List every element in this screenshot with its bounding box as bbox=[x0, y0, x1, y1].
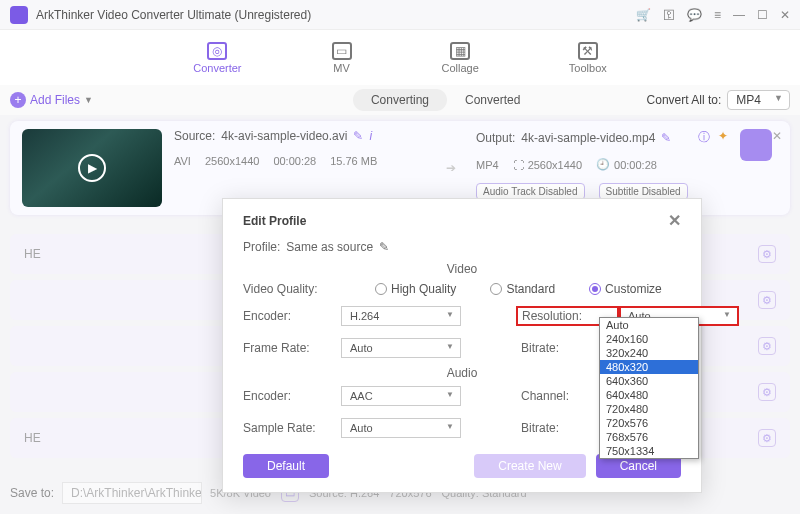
gear-icon[interactable]: ⚙ bbox=[758, 337, 776, 355]
src-duration: 00:00:28 bbox=[273, 155, 316, 167]
modal-close-button[interactable]: ✕ bbox=[668, 211, 681, 230]
out-resolution: 2560x1440 bbox=[528, 159, 582, 171]
save-to-label: Save to: bbox=[10, 486, 54, 500]
add-files-label: Add Files bbox=[30, 93, 80, 107]
encoder-label: Encoder: bbox=[243, 309, 341, 323]
window-title: ArkThinker Video Converter Ultimate (Unr… bbox=[36, 8, 636, 22]
tab-label: Toolbox bbox=[569, 62, 607, 74]
resolution-option[interactable]: 720x480 bbox=[600, 402, 698, 416]
resolution-option[interactable]: Auto bbox=[600, 318, 698, 332]
video-thumbnail[interactable]: ▶ bbox=[22, 129, 162, 207]
default-button[interactable]: Default bbox=[243, 454, 329, 478]
arrow-icon: ➔ bbox=[446, 161, 456, 175]
radio-standard[interactable]: Standard bbox=[490, 282, 555, 296]
enhance-icon[interactable]: ✦ bbox=[718, 129, 728, 146]
edit-profile-name-icon[interactable]: ✎ bbox=[379, 240, 389, 254]
framerate-label: Frame Rate: bbox=[243, 341, 341, 355]
gear-icon[interactable]: ⚙ bbox=[758, 245, 776, 263]
profile-label: Profile: bbox=[243, 240, 280, 254]
mv-icon: ▭ bbox=[332, 42, 352, 60]
gear-icon[interactable]: ⚙ bbox=[758, 383, 776, 401]
feedback-icon[interactable]: 💬 bbox=[687, 8, 702, 22]
output-preset-button[interactable] bbox=[740, 129, 772, 161]
menu-icon[interactable]: ≡ bbox=[714, 8, 721, 22]
tab-mv[interactable]: ▭ MV bbox=[332, 42, 352, 74]
resolution-option[interactable]: 320x240 bbox=[600, 346, 698, 360]
out-duration: 00:00:28 bbox=[614, 159, 657, 171]
tab-converter[interactable]: ◎ Converter bbox=[193, 42, 241, 74]
subtab-converted[interactable]: Converted bbox=[447, 89, 538, 111]
minimize-icon[interactable]: — bbox=[733, 8, 745, 22]
resolution-option[interactable]: 240x160 bbox=[600, 332, 698, 346]
src-resolution: 2560x1440 bbox=[205, 155, 259, 167]
tab-label: MV bbox=[333, 62, 350, 74]
converter-icon: ◎ bbox=[207, 42, 227, 60]
maximize-icon[interactable]: ☐ bbox=[757, 8, 768, 22]
play-icon: ▶ bbox=[78, 154, 106, 182]
resolution-option[interactable]: 720x576 bbox=[600, 416, 698, 430]
framerate-select[interactable]: Auto bbox=[341, 338, 461, 358]
save-path-input[interactable]: D:\ArkThinker\ArkThinke bbox=[62, 482, 202, 504]
out-format: MP4 bbox=[476, 159, 499, 171]
profile-value: Same as source bbox=[286, 240, 373, 254]
cart-icon[interactable]: 🛒 bbox=[636, 8, 651, 22]
edit-source-icon[interactable]: ✎ bbox=[353, 129, 363, 143]
gear-icon[interactable]: ⚙ bbox=[758, 291, 776, 309]
video-quality-label: Video Quality: bbox=[243, 282, 341, 296]
collage-icon: ▦ bbox=[450, 42, 470, 60]
resolution-option[interactable]: 640x360 bbox=[600, 374, 698, 388]
resolution-option[interactable]: 750x1334 bbox=[600, 444, 698, 458]
edit-output-icon[interactable]: ✎ bbox=[661, 131, 671, 145]
convert-all-label: Convert All to: bbox=[647, 93, 722, 107]
radio-high-quality[interactable]: High Quality bbox=[375, 282, 456, 296]
audio-encoder-label: Encoder: bbox=[243, 389, 341, 403]
close-icon[interactable]: ✕ bbox=[780, 8, 790, 22]
tab-label: Collage bbox=[442, 62, 479, 74]
output-label: Output: bbox=[476, 131, 515, 145]
encoder-select[interactable]: H.264 bbox=[341, 306, 461, 326]
resolution-dropdown-list[interactable]: Auto240x160320x240480x320640x360640x4807… bbox=[599, 317, 699, 459]
source-label: Source: bbox=[174, 129, 215, 143]
toolbox-icon: ⚒ bbox=[578, 42, 598, 60]
plus-icon: + bbox=[10, 92, 26, 108]
resolution-option[interactable]: 768x576 bbox=[600, 430, 698, 444]
add-files-button[interactable]: + Add Files ▼ bbox=[10, 92, 93, 108]
tab-toolbox[interactable]: ⚒ Toolbox bbox=[569, 42, 607, 74]
resolution-option[interactable]: 480x320 bbox=[600, 360, 698, 374]
convert-all-format-select[interactable]: MP4 bbox=[727, 90, 790, 110]
key-icon[interactable]: ⚿ bbox=[663, 8, 675, 22]
radio-customize[interactable]: Customize bbox=[589, 282, 662, 296]
info-icon[interactable]: i bbox=[369, 129, 372, 143]
gear-icon[interactable]: ⚙ bbox=[758, 429, 776, 447]
src-format: AVI bbox=[174, 155, 191, 167]
create-new-button[interactable]: Create New bbox=[474, 454, 585, 478]
chevron-down-icon: ▼ bbox=[84, 95, 93, 105]
app-logo bbox=[10, 6, 28, 24]
audio-encoder-select[interactable]: AAC bbox=[341, 386, 461, 406]
samplerate-label: Sample Rate: bbox=[243, 421, 341, 435]
output-filename: 4k-avi-sample-video.mp4 bbox=[521, 131, 655, 145]
samplerate-select[interactable]: Auto bbox=[341, 418, 461, 438]
source-filename: 4k-avi-sample-video.avi bbox=[221, 129, 347, 143]
tab-label: Converter bbox=[193, 62, 241, 74]
info-output-icon[interactable]: ⓘ bbox=[698, 129, 710, 146]
modal-title: Edit Profile bbox=[243, 214, 306, 228]
src-size: 15.76 MB bbox=[330, 155, 377, 167]
subtab-converting[interactable]: Converting bbox=[353, 89, 447, 111]
remove-file-icon[interactable]: ✕ bbox=[772, 129, 782, 143]
tab-collage[interactable]: ▦ Collage bbox=[442, 42, 479, 74]
resolution-option[interactable]: 640x480 bbox=[600, 388, 698, 402]
video-section-header: Video bbox=[243, 262, 681, 276]
